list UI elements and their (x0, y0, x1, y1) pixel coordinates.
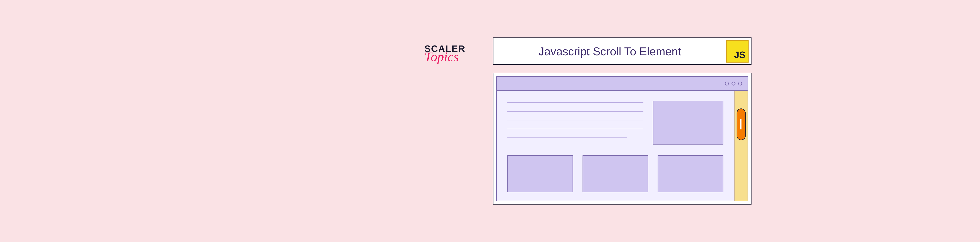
js-badge-text: JS (734, 49, 746, 60)
browser-header (497, 77, 748, 91)
js-badge: JS (726, 40, 749, 62)
card-placeholder (508, 155, 573, 193)
window-control-icon (725, 81, 729, 86)
window-control-icon (738, 81, 742, 86)
main-column: Javascript Scroll To Element JS (493, 37, 752, 205)
card-placeholder (582, 155, 648, 193)
logo-topics-text: Topics (424, 49, 459, 65)
text-line-placeholder (508, 102, 643, 103)
text-line-placeholder (508, 129, 643, 129)
text-line-placeholder (508, 120, 643, 120)
logo: SCALER Topics (424, 43, 465, 65)
window-control-icon (732, 81, 736, 86)
browser-body (497, 91, 748, 201)
scrollbar-thumb[interactable] (737, 108, 746, 140)
browser-window (493, 73, 752, 205)
cards-row (508, 155, 724, 193)
card-placeholder (657, 155, 723, 193)
content-area (497, 91, 734, 201)
text-line-placeholder (508, 137, 627, 138)
scrollbar-grip-icon (740, 119, 742, 129)
text-line-placeholder (508, 111, 643, 111)
browser-inner (496, 76, 748, 201)
top-section (508, 100, 724, 145)
scrollbar-track[interactable] (734, 91, 748, 201)
text-lines (508, 100, 643, 145)
title-bar: Javascript Scroll To Element JS (493, 37, 752, 65)
content-wrapper: SCALER Topics Javascript Scroll To Eleme… (424, 37, 751, 205)
featured-box (653, 100, 724, 145)
page-title: Javascript Scroll To Element (493, 45, 726, 58)
